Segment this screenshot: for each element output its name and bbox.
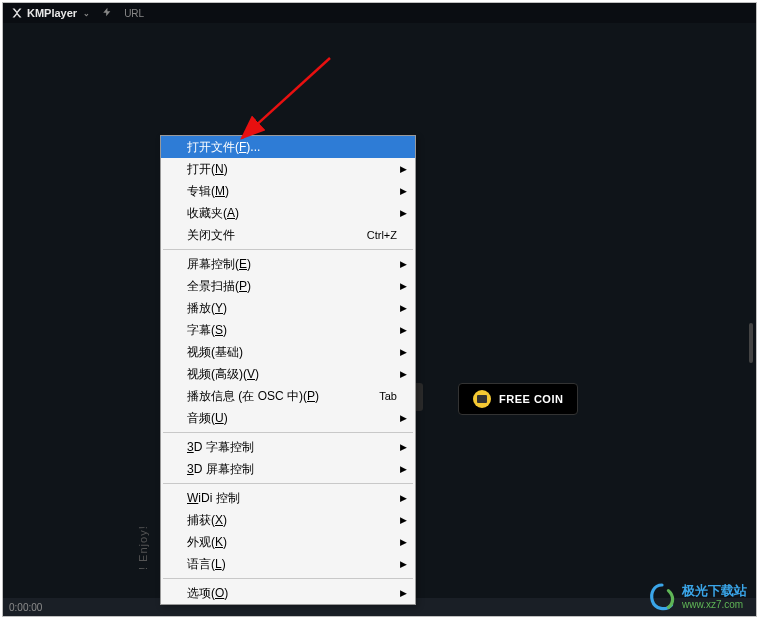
menu-item-label: WiDi 控制: [187, 490, 403, 507]
menu-item-2[interactable]: 专辑(M)▶: [161, 180, 415, 202]
coin-icon: [473, 390, 491, 408]
menu-item-label: 屏幕控制(E): [187, 256, 403, 273]
menu-item-13[interactable]: 音频(U)▶: [161, 407, 415, 429]
context-menu: 打开文件(F)...打开(N)▶专辑(M)▶收藏夹(A)▶关闭文件Ctrl+Z屏…: [160, 135, 416, 605]
dropdown-caret-icon: ⌄: [83, 9, 90, 18]
menu-item-12[interactable]: 播放信息 (在 OSC 中)(P)Tab: [161, 385, 415, 407]
menu-item-21[interactable]: 语言(L)▶: [161, 553, 415, 575]
kmplayer-icon: [11, 7, 23, 19]
menu-item-label: 视频(基础): [187, 344, 403, 361]
menu-item-8[interactable]: 播放(Y)▶: [161, 297, 415, 319]
submenu-arrow-icon: ▶: [400, 493, 407, 503]
menu-item-label: 语言(L): [187, 556, 403, 573]
submenu-arrow-icon: ▶: [400, 259, 407, 269]
menu-item-label: 视频(高级)(V): [187, 366, 403, 383]
menu-item-19[interactable]: 捕获(X)▶: [161, 509, 415, 531]
menu-item-1[interactable]: 打开(N)▶: [161, 158, 415, 180]
menu-item-label: 字幕(S): [187, 322, 403, 339]
menu-shortcut: Ctrl+Z: [367, 229, 397, 241]
app-name: KMPlayer: [27, 7, 77, 19]
app-logo[interactable]: KMPlayer ⌄: [11, 7, 90, 19]
menu-item-7[interactable]: 全景扫描(P)▶: [161, 275, 415, 297]
free-coin-button[interactable]: FREE COIN: [458, 383, 578, 415]
menu-item-0[interactable]: 打开文件(F)...: [161, 136, 415, 158]
menu-item-label: 播放(Y): [187, 300, 403, 317]
menu-item-4[interactable]: 关闭文件Ctrl+Z: [161, 224, 415, 246]
menu-shortcut: Tab: [379, 390, 397, 402]
menu-item-label: 关闭文件: [187, 227, 367, 244]
menu-item-15[interactable]: 3D 字幕控制▶: [161, 436, 415, 458]
menu-item-3[interactable]: 收藏夹(A)▶: [161, 202, 415, 224]
menu-item-6[interactable]: 屏幕控制(E)▶: [161, 253, 415, 275]
url-button[interactable]: URL: [124, 8, 144, 19]
menu-item-label: 选项(O): [187, 585, 403, 602]
free-coin-label: FREE COIN: [499, 393, 563, 405]
watermark-icon: [646, 581, 678, 613]
submenu-arrow-icon: ▶: [400, 303, 407, 313]
menu-item-23[interactable]: 选项(O)▶: [161, 582, 415, 604]
menu-separator: [163, 249, 413, 250]
submenu-arrow-icon: ▶: [400, 186, 407, 196]
menu-item-label: 音频(U): [187, 410, 403, 427]
menu-item-label: 3D 字幕控制: [187, 439, 403, 456]
menu-separator: [163, 483, 413, 484]
menu-item-9[interactable]: 字幕(S)▶: [161, 319, 415, 341]
menu-item-label: 捕获(X): [187, 512, 403, 529]
menu-item-10[interactable]: 视频(基础)▶: [161, 341, 415, 363]
watermark-cn: 极光下载站: [682, 584, 747, 598]
menu-item-label: 收藏夹(A): [187, 205, 403, 222]
submenu-arrow-icon: ▶: [400, 515, 407, 525]
submenu-arrow-icon: ▶: [400, 537, 407, 547]
menu-separator: [163, 432, 413, 433]
titlebar: KMPlayer ⌄ URL: [3, 3, 756, 23]
submenu-arrow-icon: ▶: [400, 208, 407, 218]
submenu-arrow-icon: ▶: [400, 442, 407, 452]
submenu-arrow-icon: ▶: [400, 325, 407, 335]
menu-item-label: 播放信息 (在 OSC 中)(P): [187, 388, 379, 405]
submenu-arrow-icon: ▶: [400, 347, 407, 357]
menu-separator: [163, 578, 413, 579]
submenu-arrow-icon: ▶: [400, 559, 407, 569]
menu-item-label: 打开(N): [187, 161, 403, 178]
submenu-arrow-icon: ▶: [400, 588, 407, 598]
time-display: 0:00:00: [9, 602, 42, 613]
menu-item-16[interactable]: 3D 屏幕控制▶: [161, 458, 415, 480]
submenu-arrow-icon: ▶: [400, 464, 407, 474]
watermark: 极光下载站 www.xz7.com: [646, 581, 747, 613]
menu-item-18[interactable]: WiDi 控制▶: [161, 487, 415, 509]
submenu-arrow-icon: ▶: [400, 369, 407, 379]
menu-item-11[interactable]: 视频(高级)(V)▶: [161, 363, 415, 385]
lightning-icon[interactable]: [102, 7, 112, 19]
menu-item-label: 外观(K): [187, 534, 403, 551]
submenu-arrow-icon: ▶: [400, 413, 407, 423]
watermark-url: www.xz7.com: [682, 599, 747, 610]
enjoy-text: ! Enjoy!: [137, 525, 149, 570]
menu-item-label: 3D 屏幕控制: [187, 461, 403, 478]
menu-item-label: 全景扫描(P): [187, 278, 403, 295]
side-handle[interactable]: [749, 323, 753, 363]
menu-item-label: 打开文件(F)...: [187, 139, 403, 156]
submenu-arrow-icon: ▶: [400, 164, 407, 174]
submenu-arrow-icon: ▶: [400, 281, 407, 291]
menu-item-label: 专辑(M): [187, 183, 403, 200]
menu-item-20[interactable]: 外观(K)▶: [161, 531, 415, 553]
